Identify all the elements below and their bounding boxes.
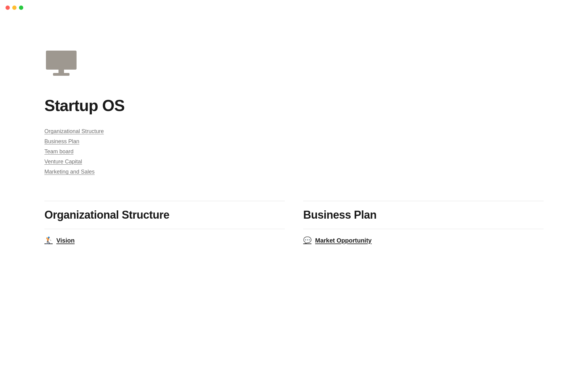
maximize-button[interactable] [19, 6, 23, 10]
market-opportunity-item[interactable]: 💬 Market Opportunity [303, 236, 544, 244]
nav-links: Organizational Structure Business Plan T… [44, 127, 544, 176]
org-structure-section: Organizational Structure 🏌 Vision [44, 201, 285, 244]
business-plan-title: Business Plan [303, 209, 544, 221]
vision-icon: 🏌 [44, 236, 53, 244]
minimize-button[interactable] [12, 6, 17, 10]
vision-item[interactable]: 🏌 Vision [44, 236, 285, 244]
market-opportunity-icon: 💬 [303, 236, 311, 244]
nav-link-marketing-sales[interactable]: Marketing and Sales [44, 167, 95, 176]
org-structure-divider [44, 229, 285, 229]
vision-label: Vision [56, 237, 75, 244]
nav-link-business-plan[interactable]: Business Plan [44, 137, 79, 146]
main-content: Startup OS Organizational Structure Busi… [0, 0, 588, 263]
org-structure-title: Organizational Structure [44, 209, 285, 221]
sections-grid: Organizational Structure 🏌 Vision Busine… [44, 201, 544, 244]
monitor-icon [44, 49, 544, 78]
nav-link-team-board[interactable]: Team board [44, 147, 74, 156]
business-plan-section: Business Plan 💬 Market Opportunity [303, 201, 544, 244]
svg-rect-0 [46, 51, 77, 70]
page-title: Startup OS [44, 96, 544, 115]
traffic-lights [6, 6, 23, 10]
close-button[interactable] [6, 6, 10, 10]
market-opportunity-label: Market Opportunity [315, 237, 371, 244]
svg-rect-1 [58, 70, 64, 73]
business-plan-divider [303, 229, 544, 229]
nav-link-venture-capital[interactable]: Venture Capital [44, 157, 82, 166]
nav-link-org-structure[interactable]: Organizational Structure [44, 127, 104, 136]
svg-rect-2 [53, 73, 70, 76]
